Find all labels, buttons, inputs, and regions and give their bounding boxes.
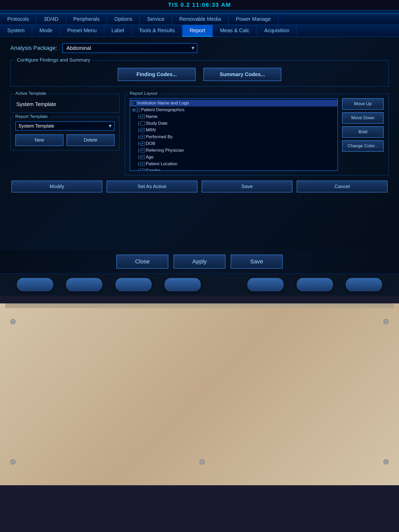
checkbox-institution[interactable]: ✔ — [132, 101, 136, 105]
tree-item-performed-by-label: Performed By — [146, 134, 173, 139]
bold-button[interactable]: Bold — [342, 126, 384, 138]
hw-button-6[interactable] — [297, 278, 333, 291]
right-column: Report Layout ✔ Institution Name and Log… — [125, 94, 389, 175]
tree-item-dob[interactable]: ├ ✔ DOB — [130, 140, 337, 147]
report-template-select[interactable]: System Template Custom Template 1 Custom… — [15, 121, 115, 131]
tree-item-institution[interactable]: ✔ Institution Name and Logo — [130, 100, 337, 107]
nav-tab-system[interactable]: System — [0, 25, 32, 37]
left-column: Active Template System Template Report T… — [10, 94, 119, 175]
tree-list: ✔ Institution Name and Logo ⊟ ✔ Patient … — [130, 99, 337, 171]
tree-item-patient-location-label: Patient Location — [146, 161, 177, 167]
checkbox-name[interactable]: ✔ — [141, 115, 145, 119]
configure-findings-title: Configure Findings and Summary — [15, 57, 92, 63]
delete-template-button[interactable]: Delete — [66, 134, 115, 146]
hw-button-1[interactable] — [17, 278, 53, 291]
move-down-button[interactable]: Move Down — [342, 112, 384, 124]
analysis-package-row: Analysis Package: Abdominal Cardiac OB V… — [10, 43, 389, 53]
hw-button-3[interactable] — [115, 278, 152, 291]
tree-item-study-date-label: Study Date — [146, 121, 168, 126]
nav-tab-tools-results[interactable]: Tools & Results — [132, 25, 182, 37]
tree-item-referring-physician[interactable]: ├ ✔ Referring Physician — [130, 147, 337, 154]
tree-item-study-date[interactable]: ├ Study Date — [130, 120, 337, 127]
nav-tab-power-manage[interactable]: Power Manage — [229, 14, 278, 25]
tree-branch-icon-patient-location: ├ — [137, 162, 140, 166]
active-template-value: System Template — [15, 98, 115, 108]
nav-tab-report[interactable]: Report — [182, 25, 213, 37]
tree-branch-icon-mrn: ├ — [137, 128, 140, 132]
nav-tab-options[interactable]: Options — [107, 14, 140, 25]
nav-tab-protocols[interactable]: Protocols — [0, 14, 36, 25]
tree-item-patient-demographics[interactable]: ⊟ ✔ Patient Demographics — [130, 107, 337, 113]
nav-tab-meas-calc[interactable]: Meas & Calc — [213, 25, 257, 37]
apply-button[interactable]: Apply — [174, 255, 225, 269]
active-template-title: Active Template — [14, 91, 48, 96]
nav-tab-removable-media[interactable]: Removable Media — [172, 14, 229, 25]
device-strip — [5, 303, 394, 308]
tree-item-name[interactable]: ├ ✔ Name — [130, 113, 337, 120]
config-buttons-row: Finding Codes... Summary Codes... — [17, 66, 382, 81]
cancel-button[interactable]: Cancel — [297, 181, 388, 192]
analysis-package-select[interactable]: Abdominal Cardiac OB Vascular Small Part… — [62, 43, 197, 53]
nav-tab-service[interactable]: Service — [140, 14, 172, 25]
device-bezel — [0, 303, 399, 485]
tree-item-age[interactable]: ├ ✔ Age — [130, 154, 337, 161]
report-layout-tree[interactable]: ✔ Institution Name and Logo ⊟ ✔ Patient … — [130, 98, 338, 171]
checkbox-age[interactable]: ✔ — [141, 155, 145, 159]
screw-bc — [200, 459, 205, 464]
status-bar: TIS 0.2 11:06:33 AM — [0, 0, 399, 10]
hw-button-2[interactable] — [66, 278, 102, 291]
tree-item-demographics-label: Patient Demographics — [141, 107, 184, 112]
nav-row-2: System Mode Preset Menu Label Tools & Re… — [0, 25, 399, 37]
footer-buttons-row: Close Apply Save — [0, 250, 399, 273]
hw-button-5[interactable] — [247, 278, 284, 291]
status-text: TIS 0.2 11:06:33 AM — [168, 2, 231, 8]
nav-tab-peripherals[interactable]: Peripherals — [66, 14, 107, 25]
report-layout-box: Report Layout ✔ Institution Name and Log… — [125, 94, 389, 175]
checkbox-dob[interactable]: ✔ — [141, 142, 145, 146]
tree-item-gender-label: Gender — [146, 168, 161, 171]
set-as-active-button[interactable]: Set As Active — [107, 181, 197, 192]
nav-tab-3d4d[interactable]: 3D/4D — [36, 14, 66, 25]
checkbox-study-date[interactable] — [141, 121, 145, 125]
checkbox-referring-physician[interactable]: ✔ — [141, 148, 145, 152]
nav-tab-preset-menu[interactable]: Preset Menu — [60, 25, 104, 37]
footer-save-button[interactable]: Save — [231, 255, 283, 269]
finding-codes-button[interactable]: Finding Codes... — [118, 68, 196, 81]
expand-icon-demographics: ⊟ — [132, 108, 135, 112]
move-up-button[interactable]: Move Up — [342, 98, 384, 110]
summary-codes-button[interactable]: Summary Codes... — [203, 68, 281, 81]
tree-item-mrn[interactable]: ├ ✔ MRN — [130, 127, 337, 134]
checkbox-demographics[interactable]: ✔ — [136, 108, 140, 112]
nav-tab-label[interactable]: Label — [104, 25, 132, 37]
active-template-box: Active Template System Template — [10, 94, 119, 113]
bottom-actions-row: Modify Set As Active Save Cancel — [10, 181, 389, 192]
screw-bl — [10, 459, 16, 464]
modify-button[interactable]: Modify — [11, 181, 102, 192]
save-template-button[interactable]: Save — [202, 181, 292, 192]
tree-item-performed-by[interactable]: ├ ✔ Performed By — [130, 134, 337, 140]
tree-item-gender[interactable]: ├ ✔ Gender — [130, 167, 337, 171]
close-button[interactable]: Close — [116, 255, 168, 269]
new-template-button[interactable]: New — [15, 134, 63, 146]
configure-findings-box: Configure Findings and Summary Finding C… — [10, 60, 389, 87]
hw-button-4[interactable] — [164, 278, 201, 291]
hw-button-7[interactable] — [346, 278, 382, 291]
nav-tab-mode[interactable]: Mode — [32, 25, 60, 37]
screw-tr — [383, 319, 389, 324]
two-column-layout: Active Template System Template Report T… — [10, 94, 389, 175]
tree-branch-icon-ref-phys: ├ — [137, 148, 140, 152]
checkbox-mrn[interactable]: ✔ — [141, 128, 145, 132]
tree-item-age-label: Age — [146, 155, 154, 160]
checkbox-patient-location[interactable]: ✔ — [141, 162, 145, 166]
top-decoration — [0, 10, 399, 14]
checkbox-performed-by[interactable]: ✔ — [141, 135, 145, 139]
main-content: Analysis Package: Abdominal Cardiac OB V… — [0, 37, 399, 250]
analysis-package-wrapper: Abdominal Cardiac OB Vascular Small Part… — [62, 43, 197, 53]
layout-buttons-column: Move Up Move Down Bold Change Color... — [342, 98, 384, 171]
nav-tab-acquisition[interactable]: Acquisition — [257, 25, 297, 37]
checkbox-gender[interactable]: ✔ — [141, 169, 145, 171]
tree-item-patient-location[interactable]: ├ ✔ Patient Location — [130, 161, 337, 167]
tree-branch-icon-name: ├ — [137, 115, 140, 119]
change-color-button[interactable]: Change Color... — [342, 140, 384, 152]
tree-item-institution-label: Institution Name and Logo — [137, 101, 189, 106]
